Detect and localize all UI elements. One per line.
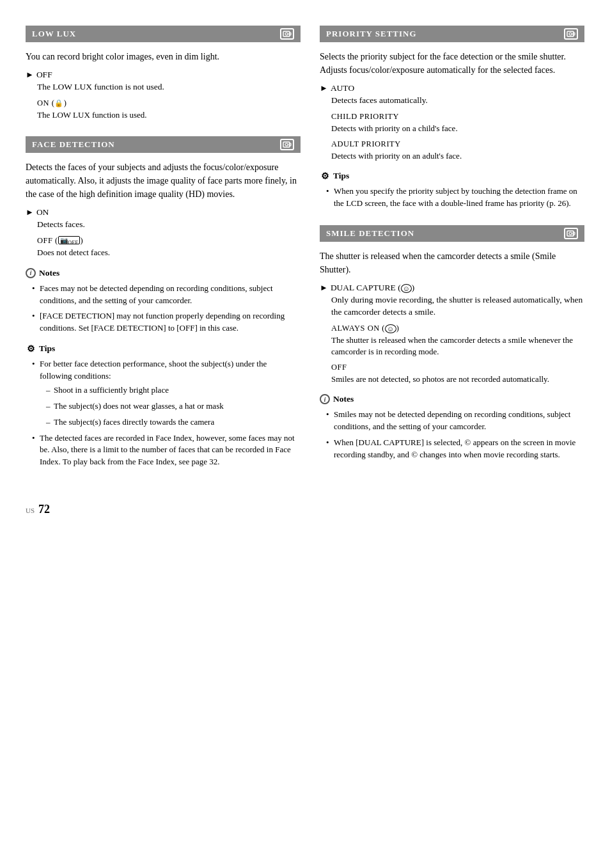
section-body-face-detection: Detects the faces of your subjects and a… [26,161,301,468]
page-number: 72 [38,503,50,516]
option-child-desc: Detects with priority on a child's face. [331,123,584,134]
option-adult-label: ADULT PRIORITY [331,138,584,150]
tip-sub-list: Shoot in a sufficiently bright place The… [40,384,301,429]
left-column: LOW LUX You can record bright color imag… [26,26,301,484]
tip-item-2: The detected faces are recorded in Face … [32,432,301,469]
low-lux-icon [280,28,294,40]
section-priority-setting: PRIORITY SETTING Selects the priority su… [320,26,584,210]
low-lux-intro: You can record bright color images, even… [26,50,301,63]
tip-sub-item: Shoot in a sufficiently bright place [46,384,301,397]
face-detection-tips: ⚙ Tips For better face detection perform… [26,342,301,468]
option-off-smile-desc: Smiles are not detected, so photos are n… [331,374,584,385]
tips-icon: ⚙ [26,343,36,354]
option-always-on-desc: The shutter is released when the camcord… [331,335,584,358]
section-body-low-lux: You can record bright color images, even… [26,50,301,121]
priority-intro: Selects the priority subject for the fac… [320,50,584,77]
option-auto-desc: Detects faces automatically. [331,95,584,107]
section-header-smile: SMILE DETECTION [320,225,584,242]
section-header-low-lux: LOW LUX [26,26,301,42]
svg-point-7 [569,33,572,35]
tips-label: Tips [39,342,55,355]
smile-icon [564,228,578,239]
option-adult: ADULT PRIORITY Detects with priority on … [331,138,584,162]
face-detection-intro: Detects the faces of your subjects and a… [26,161,301,201]
section-title-smile: SMILE DETECTION [326,228,414,239]
smile-notes-list: Smiles may not be detected depending on … [320,409,584,461]
smile-note-item: Smiles may not be detected depending on … [326,409,584,433]
option-off-fd-desc: Does not detect faces. [37,247,301,258]
notes-icon-smile: i [320,394,330,404]
arrow-icon-dual: ► [320,281,328,294]
option-adult-desc: Detects with priority on an adult's face… [331,150,584,162]
tips-label-priority: Tips [333,170,349,182]
section-title-face-detection: FACE DETECTION [32,139,115,150]
section-header-face-detection: FACE DETECTION [26,136,301,153]
tip-sub-item: The subject(s) does not wear glasses, a … [46,400,301,413]
smile-detection-notes: i Notes Smiles may not be detected depen… [320,393,584,461]
option-dual-desc: Only during movie recording, the shutter… [331,294,584,319]
note-item: Faces may not be detected depending on r… [32,283,301,307]
option-on-desc: The LOW LUX function is used. [37,109,301,121]
notes-label-smile: Notes [333,393,354,406]
option-off-fd-label: OFF (📷OFF) [37,235,301,247]
option-on-fd: ► ON Detects faces. [26,206,301,231]
svg-point-1 [285,33,288,35]
section-face-detection: FACE DETECTION Detects the faces of your… [26,136,301,468]
page-locale: US [26,507,35,514]
section-smile-detection: SMILE DETECTION The shutter is released … [320,225,584,461]
priority-icon [564,28,578,40]
face-detection-icon [280,139,294,150]
priority-tips-list: When you specify the priority subject by… [320,185,584,210]
option-auto: ► AUTO Detects faces automatically. [320,82,584,107]
section-body-smile: The shutter is released when the camcord… [320,249,584,461]
option-off: ► OFF The LOW LUX function is not used. [26,68,301,93]
right-column: PRIORITY SETTING Selects the priority su… [320,26,584,484]
option-child-label: CHILD PRIORITY [331,111,584,123]
option-always-on-label: ALWAYS ON (☺) [331,322,584,335]
arrow-icon-fd: ► [26,206,34,219]
section-title-priority: PRIORITY SETTING [326,29,417,39]
section-body-priority: Selects the priority subject for the fac… [320,50,584,210]
option-always-on: ALWAYS ON (☺) The shutter is released wh… [331,322,584,358]
notes-list: Faces may not be detected depending on r… [26,283,301,335]
section-low-lux: LOW LUX You can record bright color imag… [26,26,301,121]
option-dual-label: DUAL CAPTURE (☺) [331,281,414,294]
notes-label: Notes [39,267,59,280]
arrow-icon: ► [26,68,34,81]
option-auto-label: AUTO [331,82,354,95]
option-on-fd-desc: Detects faces. [37,219,301,231]
svg-point-10 [569,232,572,235]
page-content: LOW LUX You can record bright color imag… [26,26,584,484]
option-on-fd-label: ON [36,206,49,219]
section-header-priority: PRIORITY SETTING [320,26,584,42]
option-off-fd: OFF (📷OFF) Does not detect faces. [37,235,301,258]
priority-tips: ⚙ Tips When you specify the priority sub… [320,170,584,210]
tip-sub-item: The subject(s) faces directly towards th… [46,416,301,429]
option-on-label: ON (🔒) [37,97,301,109]
svg-point-4 [285,143,288,146]
section-title-low-lux: LOW LUX [32,29,76,39]
option-off-smile-label: OFF [331,361,584,374]
priority-tip-item: When you specify the priority subject by… [326,185,584,210]
face-detection-notes: i Notes Faces may not be detected depend… [26,267,301,335]
note-item: [FACE DETECTION] may not function proper… [32,310,301,335]
option-off-smile: OFF Smiles are not detected, so photos a… [331,361,584,385]
smile-intro: The shutter is released when the camcord… [320,249,584,276]
option-dual-capture: ► DUAL CAPTURE (☺) Only during movie rec… [320,281,584,319]
tips-icon-priority: ⚙ [320,171,330,181]
option-off-label: OFF [36,68,52,81]
page-footer: US 72 [26,503,584,516]
arrow-icon-auto: ► [320,82,328,95]
option-on: ON (🔒) The LOW LUX function is used. [37,97,301,121]
tip-item-1: For better face detection performance, s… [32,358,301,428]
notes-icon: i [26,268,36,278]
option-off-desc: The LOW LUX function is not used. [37,81,301,93]
option-child: CHILD PRIORITY Detects with priority on … [331,111,584,134]
tips-list: For better face detection performance, s… [26,358,301,468]
smile-note-item: When [DUAL CAPTURE] is selected, © appea… [326,437,584,461]
